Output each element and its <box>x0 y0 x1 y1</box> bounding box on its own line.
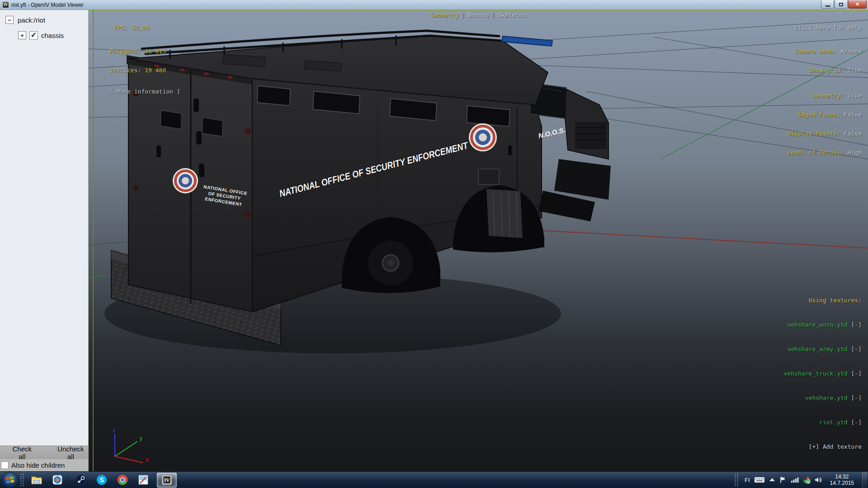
settings-overlay: Click here for help Camera mode: Around … <box>788 12 862 169</box>
taskbar-explorer-button[interactable] <box>27 473 47 488</box>
lightbar <box>502 36 552 46</box>
check-all-button[interactable]: Check all <box>8 445 36 460</box>
taskbar-steam-button[interactable] <box>71 473 91 488</box>
volume-icon[interactable] <box>815 476 823 483</box>
taskbar-grip <box>734 473 739 487</box>
show-desktop-button[interactable] <box>861 472 867 488</box>
remove-texture-button: [-] <box>848 394 862 401</box>
taskbar-mediaplayer-button[interactable] <box>47 473 67 488</box>
polygon-count: Polygons: 16 813 <box>109 48 180 55</box>
remove-texture-button: [-] <box>848 419 862 426</box>
clock-time: 14:32 <box>830 474 854 480</box>
skype-icon: S <box>95 474 108 486</box>
expand-icon[interactable]: + <box>18 31 26 39</box>
tree-item-label: pack:/riot <box>18 16 45 24</box>
remove-texture-button: [-] <box>848 321 862 328</box>
model-viewport[interactable]: NATIONAL OFFICE OF SECURITY ENFORCEMENT <box>89 10 868 471</box>
setting-geometry[interactable]: Geometry: True <box>788 93 862 99</box>
also-hide-children-label: Also hide children <box>11 461 65 469</box>
media-player-icon <box>51 474 64 486</box>
rear-seal-logo <box>173 168 198 193</box>
axis-y-label: y <box>139 435 143 441</box>
setting-display-points[interactable]: Display Points: False <box>788 131 862 137</box>
axis-x-label: x <box>146 456 149 463</box>
taskbar-skype-button[interactable]: S <box>92 473 112 488</box>
clock-date: 14.7.2015 <box>830 480 854 486</box>
model-tree-sidebar: − pack:/riot + chassis Check all Uncheck… <box>0 10 89 471</box>
remove-texture-button: [-] <box>848 346 862 352</box>
side-seal-logo <box>469 123 497 151</box>
svg-text:IV: IV <box>164 477 170 483</box>
show-hidden-icons-chevron[interactable] <box>769 478 775 482</box>
model-tree: − pack:/riot + chassis <box>0 10 88 446</box>
tree-item-chassis[interactable]: + chassis <box>0 30 88 41</box>
minimize-button[interactable] <box>821 0 834 9</box>
tab-geometry[interactable]: Geometry <box>430 12 459 19</box>
close-button[interactable]: ✕ <box>848 0 867 9</box>
taskbar-paint-button[interactable] <box>133 473 153 488</box>
svg-text:S: S <box>99 476 104 483</box>
setting-camera-mode[interactable]: Camera mode: Around <box>788 48 862 55</box>
tree-item-pack-riot[interactable]: − pack:/riot <box>0 14 88 25</box>
stats-overlay: FPS: 57,09 Polygons: 16 813 Vertices: 19… <box>109 12 180 108</box>
explorer-icon <box>30 474 43 486</box>
start-button[interactable] <box>2 472 18 488</box>
openiv-app-icon: IV <box>2 1 9 8</box>
taskbar-chrome-button[interactable] <box>113 473 132 488</box>
axis-z-label: z <box>112 427 116 433</box>
more-information-link[interactable]: [ More information ] <box>109 89 180 95</box>
language-indicator[interactable]: FI <box>745 477 750 483</box>
openiv-icon: IV <box>161 474 173 486</box>
window-title: riot.yft - OpenIV Model Viewer <box>11 2 84 8</box>
close-icon: ✕ <box>855 1 859 7</box>
view-mode-tabs: Geometry|Bounds|Skeleton <box>430 12 526 19</box>
keyboard-icon[interactable] <box>754 476 765 483</box>
openiv-window: IV riot.yft - OpenIV Model Viewer ✕ − pa… <box>0 0 868 488</box>
also-hide-children-row[interactable]: Also hide children <box>0 459 88 471</box>
tab-separator: | <box>489 12 498 19</box>
texture-item[interactable]: riot.ytd [-] <box>784 418 862 427</box>
rear-window-left <box>160 110 182 129</box>
collapse-icon[interactable]: − <box>5 16 14 24</box>
help-link[interactable]: Click here for help <box>788 25 862 31</box>
action-center-flag-icon[interactable] <box>779 476 787 483</box>
add-texture-button[interactable]: [+] Add texture <box>784 443 862 451</box>
scene-canvas: NATIONAL OFFICE OF SECURITY ENFORCEMENT <box>89 10 868 471</box>
model-riot-truck[interactable]: NATIONAL OFFICE OF SECURITY ENFORCEMENT <box>104 31 611 353</box>
restore-icon <box>839 3 843 6</box>
textures-overlay: Using textures: vehshare_worn.ytd [-] ve… <box>784 280 862 467</box>
taskbar-clock[interactable]: 14:32 14.7.2015 <box>827 474 857 486</box>
tab-separator: | <box>459 12 468 19</box>
setting-level-of-detail[interactable]: Level of Detail: High <box>788 150 862 156</box>
minimize-icon <box>826 5 830 7</box>
also-hide-children-checkbox[interactable] <box>1 461 9 469</box>
chrome-icon <box>116 474 129 486</box>
setting-show-grid[interactable]: Show grid: True <box>788 67 862 74</box>
textures-header: Using textures: <box>784 296 862 305</box>
tab-skeleton[interactable]: Skeleton <box>498 12 526 19</box>
uncheck-all-button[interactable]: Uncheck all <box>53 445 88 460</box>
network-signal-icon[interactable] <box>791 477 799 483</box>
setting-edged-faces[interactable]: Edged Faces: False <box>788 112 862 118</box>
steam-icon <box>75 474 87 486</box>
axis-gizmo: z y x <box>112 427 149 463</box>
texture-item[interactable]: vehshare_army.ytd [-] <box>784 345 862 353</box>
tree-actions: Check all Uncheck all <box>0 446 88 459</box>
system-tray: FI <box>732 472 868 488</box>
titlebar[interactable]: IV riot.yft - OpenIV Model Viewer ✕ <box>0 0 868 10</box>
security-status-icon[interactable] <box>803 476 811 484</box>
taskbar-openiv-button-active[interactable]: IV <box>157 473 177 488</box>
paint-icon <box>137 474 150 486</box>
taskbar-grip <box>20 473 24 487</box>
taskbar-separator <box>69 473 70 487</box>
remove-texture-button: [-] <box>848 370 862 377</box>
texture-item[interactable]: vehshare_worn.ytd [-] <box>784 321 862 329</box>
texture-item[interactable]: vehshare.ytd [-] <box>784 394 862 402</box>
tab-bounds[interactable]: Bounds <box>468 12 489 19</box>
restore-button[interactable] <box>835 0 848 9</box>
texture-item[interactable]: vehshare_truck.ytd [-] <box>784 370 862 378</box>
taskbar-separator <box>155 473 156 487</box>
taskbar: S IV <box>0 471 868 488</box>
tree-item-label: chassis <box>41 32 64 39</box>
chassis-checkbox[interactable] <box>29 31 38 40</box>
